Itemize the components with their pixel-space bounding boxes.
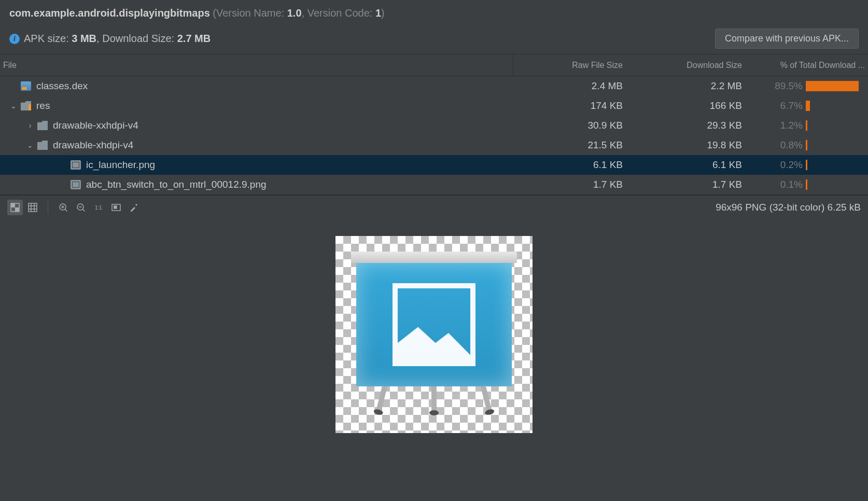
- separator: [48, 201, 48, 214]
- dex-icon: [21, 81, 31, 91]
- file-name: drawable-xxhdpi-v4: [53, 120, 138, 131]
- pct: 6.7%: [751, 100, 806, 112]
- apk-size-label: APK size:: [24, 33, 69, 44]
- file-name: res: [36, 100, 50, 112]
- col-pct[interactable]: % of Total Download ...: [751, 54, 868, 76]
- zoom-out-icon[interactable]: [73, 200, 89, 215]
- chevron-down-icon[interactable]: ⌄: [8, 101, 19, 111]
- table-row[interactable]: ›drawable-xxhdpi-v430.9 KB29.3 KB1.2%: [0, 116, 868, 135]
- checker-bg-icon[interactable]: [7, 200, 23, 215]
- table-row[interactable]: ic_launcher.png6.1 KB6.1 KB0.2%: [0, 155, 868, 175]
- download-size: 2.7 MB: [177, 33, 211, 44]
- raw-size: 30.9 KB: [513, 120, 632, 131]
- folder-special-icon: [21, 101, 31, 110]
- title-row: com.example.android.displayingbitmaps (V…: [9, 7, 859, 19]
- pct-bar: [806, 179, 868, 190]
- pct: 0.8%: [751, 140, 806, 151]
- file-name: drawable-xhdpi-v4: [53, 140, 133, 151]
- chevron-right-icon[interactable]: ›: [25, 120, 35, 131]
- file-name: classes.dex: [36, 80, 88, 92]
- col-download-size[interactable]: Download Size: [632, 54, 751, 76]
- file-table: File Raw File Size Download Size % of To…: [0, 54, 868, 195]
- pct: 0.1%: [751, 179, 806, 190]
- tree-body: classes.dex2.4 MB2.2 MB89.5%⌄res174 KB16…: [0, 76, 868, 194]
- download-size-label: Download Size:: [102, 33, 174, 44]
- raw-size: 21.5 KB: [513, 140, 632, 151]
- version-name-label: Version Name:: [216, 7, 284, 19]
- file-name: ic_launcher.png: [86, 159, 155, 171]
- pct-bar: [806, 160, 868, 170]
- img-icon: [71, 180, 81, 189]
- zoom-in-icon[interactable]: [55, 200, 71, 215]
- col-raw-size[interactable]: Raw File Size: [513, 54, 632, 76]
- preview-toolbar: 1:1 96x96 PNG (32-bit color) 6.25 kB: [0, 196, 868, 219]
- img-icon: [71, 160, 81, 170]
- apk-header: com.example.android.displayingbitmaps (V…: [0, 0, 868, 54]
- version-code-label: Version Code:: [307, 7, 373, 19]
- package-name: com.example.android.displayingbitmaps: [9, 7, 210, 19]
- apk-size: 3 MB: [72, 33, 96, 44]
- download-size: 19.8 KB: [632, 140, 751, 151]
- preview-canvas[interactable]: [0, 219, 868, 501]
- preview-area: 1:1 96x96 PNG (32-bit color) 6.25 kB: [0, 195, 868, 501]
- file-name: abc_btn_switch_to_on_mtrl_00012.9.png: [86, 179, 267, 190]
- pct: 89.5%: [751, 80, 806, 92]
- compare-apk-button[interactable]: Compare with previous APK...: [715, 29, 859, 49]
- table-row[interactable]: classes.dex2.4 MB2.2 MB89.5%: [0, 76, 868, 96]
- svg-rect-1: [11, 203, 15, 207]
- raw-size: 174 KB: [513, 100, 632, 112]
- version-name: 1.0: [287, 7, 302, 19]
- fit-zoom-icon[interactable]: [108, 200, 124, 215]
- pct-bar: [806, 120, 868, 131]
- actual-size-icon[interactable]: 1:1: [91, 200, 106, 215]
- table-row[interactable]: abc_btn_switch_to_on_mtrl_00012.9.png1.7…: [0, 175, 868, 194]
- checker-background: [335, 236, 533, 433]
- pct: 1.2%: [751, 120, 806, 131]
- table-row[interactable]: ⌄res174 KB166 KB6.7%: [0, 96, 868, 116]
- pct-bar: [806, 101, 868, 111]
- download-size: 6.1 KB: [632, 159, 751, 171]
- version-code: 1: [375, 7, 381, 19]
- pct-bar: [806, 81, 868, 91]
- info-icon: i: [9, 34, 20, 44]
- pct-bar: [806, 140, 868, 150]
- launcher-icon-preview: [351, 252, 517, 418]
- svg-rect-2: [15, 207, 19, 212]
- table-row[interactable]: ⌄drawable-xhdpi-v421.5 KB19.8 KB0.8%: [0, 135, 868, 155]
- table-header: File Raw File Size Download Size % of To…: [0, 54, 868, 76]
- folder-icon: [37, 141, 48, 150]
- col-file[interactable]: File: [0, 61, 513, 70]
- preview-info: 96x96 PNG (32-bit color) 6.25 kB: [716, 202, 861, 213]
- raw-size: 6.1 KB: [513, 159, 632, 171]
- color-picker-icon[interactable]: [126, 200, 142, 215]
- svg-rect-8: [114, 206, 117, 208]
- raw-size: 2.4 MB: [513, 80, 632, 92]
- folder-icon: [37, 121, 48, 130]
- raw-size: 1.7 KB: [513, 179, 632, 190]
- download-size: 166 KB: [632, 100, 751, 112]
- grid-icon[interactable]: [25, 200, 40, 215]
- pct: 0.2%: [751, 159, 806, 171]
- download-size: 1.7 KB: [632, 179, 751, 190]
- download-size: 2.2 MB: [632, 80, 751, 92]
- svg-text:1:1: 1:1: [95, 205, 102, 211]
- svg-rect-3: [29, 203, 37, 212]
- chevron-down-icon[interactable]: ⌄: [25, 140, 35, 150]
- download-size: 29.3 KB: [632, 120, 751, 131]
